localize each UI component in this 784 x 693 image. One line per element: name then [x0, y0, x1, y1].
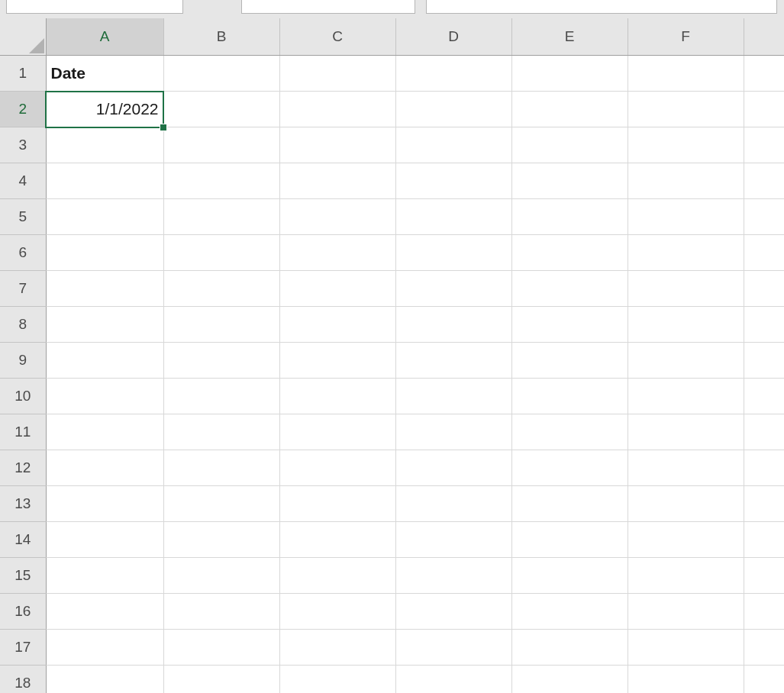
cell-_10[interactable]	[744, 379, 784, 414]
cell-E8[interactable]	[511, 307, 628, 343]
cell-F6[interactable]	[628, 235, 744, 271]
cell-C1[interactable]	[279, 56, 395, 92]
row-header-3[interactable]: 3	[0, 127, 46, 163]
cell-E17[interactable]	[511, 630, 628, 666]
cell-D16[interactable]	[395, 594, 511, 630]
cell-D14[interactable]	[395, 522, 511, 558]
cell-_18[interactable]	[744, 666, 784, 694]
cell-C18[interactable]	[279, 666, 395, 694]
cell-D1[interactable]	[395, 56, 511, 92]
cell-A16[interactable]	[46, 594, 163, 630]
cell-E14[interactable]	[511, 522, 628, 558]
cell-D10[interactable]	[395, 379, 511, 414]
cell-_16[interactable]	[744, 594, 784, 630]
cell-_4[interactable]	[744, 163, 784, 199]
row-header-13[interactable]: 13	[0, 486, 46, 522]
cell-C3[interactable]	[279, 127, 395, 163]
cell-F7[interactable]	[628, 271, 744, 307]
row-header-8[interactable]: 8	[0, 307, 46, 343]
cell-A14[interactable]	[46, 522, 163, 558]
cell-_1[interactable]	[744, 56, 784, 92]
cell-A3[interactable]	[46, 127, 163, 163]
cell-D9[interactable]	[395, 343, 511, 379]
cell-_9[interactable]	[744, 343, 784, 379]
cell-A8[interactable]	[46, 307, 163, 343]
column-header-B[interactable]: B	[163, 18, 279, 56]
cell-B9[interactable]	[163, 343, 279, 379]
row-header-12[interactable]: 12	[0, 450, 46, 486]
cell-_7[interactable]	[744, 271, 784, 307]
row-header-18[interactable]: 18	[0, 666, 46, 694]
cell-B16[interactable]	[163, 594, 279, 630]
cell-B12[interactable]	[163, 450, 279, 486]
cell-C5[interactable]	[279, 199, 395, 235]
row-header-9[interactable]: 9	[0, 343, 46, 379]
cell-B4[interactable]	[163, 163, 279, 199]
cell-B7[interactable]	[163, 271, 279, 307]
cell-A13[interactable]	[46, 486, 163, 522]
cell-F14[interactable]	[628, 522, 744, 558]
cell-E5[interactable]	[511, 199, 628, 235]
cell-A11[interactable]	[46, 414, 163, 450]
row-header-1[interactable]: 1	[0, 56, 46, 92]
cell-E7[interactable]	[511, 271, 628, 307]
cell-B15[interactable]	[163, 558, 279, 594]
cell-_13[interactable]	[744, 486, 784, 522]
cell-_11[interactable]	[744, 414, 784, 450]
cell-C16[interactable]	[279, 594, 395, 630]
cell-D13[interactable]	[395, 486, 511, 522]
cell-D15[interactable]	[395, 558, 511, 594]
cell-F12[interactable]	[628, 450, 744, 486]
cell-C6[interactable]	[279, 235, 395, 271]
select-all-corner[interactable]	[0, 18, 46, 56]
cell-B10[interactable]	[163, 379, 279, 414]
cell-B5[interactable]	[163, 199, 279, 235]
cell-F4[interactable]	[628, 163, 744, 199]
row-header-2[interactable]: 2	[0, 92, 46, 127]
cell-_8[interactable]	[744, 307, 784, 343]
row-header-7[interactable]: 7	[0, 271, 46, 307]
cell-C14[interactable]	[279, 522, 395, 558]
cell-A5[interactable]	[46, 199, 163, 235]
row-header-5[interactable]: 5	[0, 199, 46, 235]
row-header-14[interactable]: 14	[0, 522, 46, 558]
cell-A1[interactable]: Date	[46, 56, 163, 92]
cell-D6[interactable]	[395, 235, 511, 271]
cell-B8[interactable]	[163, 307, 279, 343]
cell-F11[interactable]	[628, 414, 744, 450]
cell-E1[interactable]	[511, 56, 628, 92]
column-header-D[interactable]: D	[395, 18, 511, 56]
cell-C15[interactable]	[279, 558, 395, 594]
name-box-fragment[interactable]	[6, 0, 183, 14]
cell-D4[interactable]	[395, 163, 511, 199]
cell-C13[interactable]	[279, 486, 395, 522]
cell-F8[interactable]	[628, 307, 744, 343]
cell-D11[interactable]	[395, 414, 511, 450]
cell-F15[interactable]	[628, 558, 744, 594]
cell-E13[interactable]	[511, 486, 628, 522]
cell-D3[interactable]	[395, 127, 511, 163]
cell-E15[interactable]	[511, 558, 628, 594]
column-header-F[interactable]: F	[628, 18, 744, 56]
cell-B14[interactable]	[163, 522, 279, 558]
cell-E6[interactable]	[511, 235, 628, 271]
cell-_3[interactable]	[744, 127, 784, 163]
column-header-A[interactable]: A	[46, 18, 163, 56]
cell-E9[interactable]	[511, 343, 628, 379]
cell-C10[interactable]	[279, 379, 395, 414]
cell-_12[interactable]	[744, 450, 784, 486]
cell-A7[interactable]	[46, 271, 163, 307]
cell-E3[interactable]	[511, 127, 628, 163]
row-header-4[interactable]: 4	[0, 163, 46, 199]
cell-D7[interactable]	[395, 271, 511, 307]
cell-D2[interactable]	[395, 92, 511, 127]
formula-bar-fragment-2[interactable]	[426, 0, 777, 14]
cell-B1[interactable]	[163, 56, 279, 92]
cell-A9[interactable]	[46, 343, 163, 379]
cell-F16[interactable]	[628, 594, 744, 630]
cell-E4[interactable]	[511, 163, 628, 199]
cell-D8[interactable]	[395, 307, 511, 343]
cell-F13[interactable]	[628, 486, 744, 522]
cell-C2[interactable]	[279, 92, 395, 127]
column-header-E[interactable]: E	[511, 18, 628, 56]
